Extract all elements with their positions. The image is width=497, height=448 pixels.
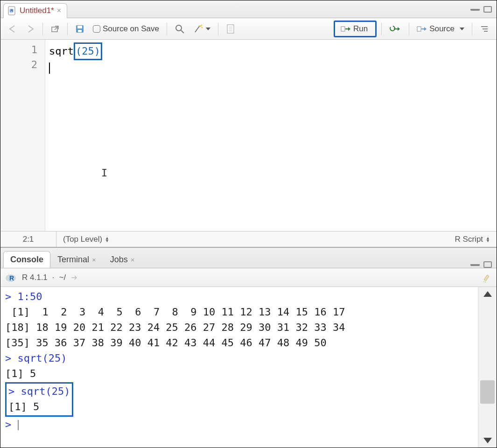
svg-point-10 (199, 25, 201, 27)
run-button-highlight: Run (334, 21, 377, 37)
console-line: > 1:50 (5, 291, 42, 302)
console-tab-strip: Console Terminal × Jobs × (0, 248, 497, 268)
ibeam-cursor-icon: I (101, 166, 107, 181)
console-header: R R 4.1.1 · ~/ (0, 268, 497, 287)
line-number: 2 (0, 57, 37, 72)
tab-console[interactable]: Console (3, 251, 50, 268)
pane-window-buttons (470, 261, 497, 268)
svg-point-7 (176, 25, 182, 31)
source-on-save-label: Source on Save (103, 24, 159, 34)
scroll-down-button[interactable] (478, 434, 497, 448)
share-icon[interactable] (70, 274, 79, 281)
source-on-save-checkbox[interactable]: Source on Save (90, 23, 162, 35)
source-label: Source (429, 24, 455, 34)
tab-jobs[interactable]: Jobs × (103, 251, 142, 268)
console-line: [1] 5 (8, 401, 39, 413)
svg-text:R: R (9, 274, 14, 282)
svg-rect-17 (341, 27, 345, 31)
scope-label: (Top Level) (63, 235, 102, 244)
r-version-label: R 4.1.1 (22, 273, 48, 282)
sort-arrows-icon: ▲▼ (486, 237, 490, 242)
svg-rect-6 (78, 30, 82, 32)
code-line-1: sqrt(25) (49, 42, 497, 60)
close-icon[interactable]: × (92, 256, 96, 264)
clear-console-icon[interactable] (482, 273, 492, 283)
svg-line-25 (485, 281, 486, 283)
console-scrollbar[interactable] (478, 287, 497, 448)
console-line: > sqrt(25) (5, 352, 67, 364)
svg-point-12 (201, 24, 202, 26)
run-button[interactable]: Run (338, 23, 371, 35)
pane-window-buttons (470, 6, 497, 13)
source-toolbar: Source on Save Run Source (0, 18, 497, 40)
text-cursor (18, 420, 19, 430)
checkbox-icon (93, 25, 100, 33)
code-line-2 (49, 60, 497, 75)
r-file-icon: R (7, 6, 17, 15)
svg-line-9 (195, 26, 200, 32)
scroll-thumb[interactable] (480, 380, 495, 404)
tab-terminal[interactable]: Terminal × (50, 251, 103, 268)
nav-forward-button[interactable] (23, 23, 38, 35)
console-output-highlight: > sqrt(25) [1] 5 (5, 382, 73, 417)
outline-button[interactable] (477, 23, 492, 35)
console-line: [1] 5 (5, 368, 36, 379)
cursor-position[interactable]: 2:1 (0, 231, 56, 247)
svg-line-24 (483, 281, 484, 282)
tab-console-label: Console (10, 255, 43, 265)
console-output[interactable]: > 1:50 [1] 1 2 3 4 5 6 7 8 9 10 11 12 13… (0, 287, 478, 448)
svg-line-8 (181, 30, 184, 33)
console-body: > 1:50 [1] 1 2 3 4 5 6 7 8 9 10 11 12 13… (0, 287, 497, 448)
code-content[interactable]: sqrt(25) I (45, 40, 497, 231)
svg-text:R: R (10, 8, 14, 13)
svg-rect-5 (77, 26, 82, 28)
line-number: 1 (0, 42, 37, 57)
console-pane: Console Terminal × Jobs × R R 4.1.1 · ~/ (0, 248, 497, 448)
tab-terminal-label: Terminal (57, 255, 89, 265)
compile-report-button[interactable] (223, 22, 238, 35)
code-editor[interactable]: 1 2 sqrt(25) I (0, 40, 497, 231)
source-button[interactable]: Source (414, 23, 467, 35)
console-prompt[interactable]: > (5, 419, 18, 430)
find-button[interactable] (172, 22, 188, 35)
close-icon[interactable]: × (131, 256, 135, 264)
working-dir[interactable]: ~/ (59, 273, 66, 282)
code-argument-highlight: (25) (74, 42, 102, 60)
save-button[interactable] (72, 23, 87, 35)
scope-selector[interactable]: (Top Level) ▲▼ (56, 235, 116, 244)
maximize-pane-icon[interactable] (483, 261, 492, 268)
sort-arrows-icon: ▲▼ (105, 237, 109, 242)
rerun-button[interactable] (386, 24, 404, 34)
file-type-selector[interactable]: R Script ▲▼ (448, 235, 497, 244)
function-name: sqrt (49, 45, 74, 57)
file-type-label: R Script (455, 235, 483, 244)
text-cursor (49, 63, 50, 74)
maximize-pane-icon[interactable] (483, 6, 492, 13)
popout-button[interactable] (48, 23, 63, 35)
run-label: Run (353, 24, 368, 34)
console-line: [35] 35 36 37 38 39 40 41 42 43 44 45 46… (5, 337, 327, 349)
console-line: [18] 18 19 20 21 22 23 24 25 26 27 28 29… (5, 322, 345, 333)
r-logo-icon: R (5, 272, 17, 284)
minimize-pane-icon[interactable] (470, 8, 480, 11)
code-tools-button[interactable] (190, 22, 213, 35)
source-tab-strip: R Untitled1* × (0, 0, 497, 18)
file-tab-title: Untitled1* (20, 6, 54, 15)
console-line: > sqrt(25) (8, 385, 70, 397)
source-pane: R Untitled1* × Source on Save (0, 0, 497, 248)
svg-rect-18 (417, 27, 421, 31)
chevron-down-icon (206, 28, 210, 30)
scroll-up-button[interactable] (478, 287, 497, 301)
dot-separator: · (52, 273, 55, 282)
minimize-pane-icon[interactable] (470, 263, 480, 266)
console-line: [1] 1 2 3 4 5 6 7 8 9 10 11 12 13 14 15 … (5, 306, 345, 318)
file-tab[interactable]: R Untitled1* × (3, 3, 67, 18)
source-statusbar: 2:1 (Top Level) ▲▼ R Script ▲▼ (0, 231, 497, 247)
line-gutter: 1 2 (0, 40, 45, 231)
tab-jobs-label: Jobs (110, 255, 128, 265)
nav-back-button[interactable] (5, 23, 20, 35)
svg-point-11 (201, 27, 203, 28)
close-icon[interactable]: × (57, 7, 61, 15)
chevron-down-icon (460, 28, 464, 30)
